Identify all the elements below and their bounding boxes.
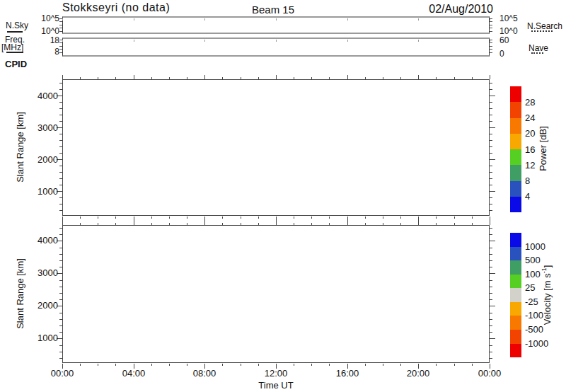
power-cbar-tick-28: 28 <box>525 98 535 107</box>
power-colorbar-segment <box>510 165 521 180</box>
velocity-top-major-ticks <box>62 221 490 225</box>
time-axis-label: Time UT <box>248 381 304 390</box>
x-tick-1200: 12:00 <box>255 369 297 378</box>
nave-legend: Nave <box>529 44 548 52</box>
nave-line-sample <box>531 52 543 54</box>
velocity-right-major-ticks <box>490 241 495 340</box>
velocity-colorbar-title-sup: -1 <box>541 267 548 273</box>
power-top-major-ticks <box>62 75 490 79</box>
nsky-line-sample <box>7 31 23 33</box>
velocity-cbar-tick-25: 25 <box>525 283 535 292</box>
power-ytick-4000: 4000 <box>28 91 58 100</box>
velocity-colorbar <box>510 233 521 357</box>
date-label: 02/Aug/2010 <box>354 3 493 16</box>
freq-left-tick-ladder <box>59 40 62 55</box>
nsky-ytick-top: 10^5 <box>35 14 59 23</box>
velocity-colorbar-title-text: Velocity [m s <box>542 273 553 325</box>
velocity-cbar-tick-neg500: -500 <box>525 325 543 334</box>
power-colorbar-segment <box>510 134 521 149</box>
nsky-ytick-bottom: 10^0 <box>35 27 59 35</box>
beam-label: Beam 15 <box>231 4 316 16</box>
nsearch-legend: N.Search <box>527 22 562 30</box>
power-right-major-ticks <box>490 96 495 195</box>
x-tick-0000b: 00:00 <box>468 369 511 378</box>
freq-line-sample <box>6 52 23 53</box>
nsky-top-ticks <box>62 18 490 21</box>
power-y-axis-label: Slant Range [km] <box>15 112 25 183</box>
cpid-label: CPID <box>5 59 27 69</box>
velocity-panel <box>62 225 490 363</box>
velocity-colorbar-segment <box>510 302 521 316</box>
velocity-left-major-ticks <box>57 241 62 340</box>
velocity-colorbar-segment <box>510 330 521 344</box>
freq-legend-line2: [MHz] <box>1 43 23 52</box>
power-cbar-tick-12: 12 <box>525 161 535 170</box>
power-colorbar-segment <box>510 102 521 117</box>
freq-right-tick-top: 60 <box>499 36 509 45</box>
power-ytick-3000: 3000 <box>28 123 58 132</box>
power-colorbar-segment <box>510 118 521 134</box>
x-tick-0400: 04:00 <box>112 369 155 378</box>
velocity-cbar-tick-500: 500 <box>525 255 541 265</box>
velocity-ytick-3000: 3000 <box>28 268 58 277</box>
freq-right-tick-ladder <box>490 40 492 55</box>
velocity-colorbar-segment <box>510 260 521 275</box>
velocity-cbar-tick-neg1000: -1000 <box>525 339 548 348</box>
power-ytick-1000: 1000 <box>28 187 58 196</box>
velocity-colorbar-segment <box>510 233 521 247</box>
power-cbar-tick-8: 8 <box>525 176 530 185</box>
velocity-colorbar-segment <box>510 275 521 289</box>
nsky-right-tick-ladder <box>490 18 492 33</box>
nsky-right-tick-top: 10^5 <box>499 14 518 23</box>
power-colorbar-segment <box>510 197 521 212</box>
power-cbar-tick-4: 4 <box>525 192 530 201</box>
power-left-major-ticks <box>57 96 62 195</box>
power-panel <box>62 79 490 216</box>
velocity-colorbar-segment <box>510 288 521 302</box>
velocity-ytick-4000: 4000 <box>28 236 58 245</box>
power-colorbar-segment <box>510 149 521 165</box>
velocity-cbar-tick-100: 100 <box>525 270 541 279</box>
x-tick-0000a: 00:00 <box>41 369 83 378</box>
nsky-legend: N.Sky <box>6 21 28 30</box>
power-colorbar-title: Power [dB] <box>538 126 548 171</box>
power-colorbar-segment <box>510 86 521 102</box>
power-cbar-tick-24: 24 <box>525 113 535 122</box>
velocity-colorbar-segment <box>510 316 521 330</box>
power-ytick-2000: 2000 <box>28 155 58 164</box>
velocity-colorbar-segment <box>510 247 521 261</box>
x-tick-2000: 20:00 <box>397 369 439 378</box>
nsearch-line-sample <box>531 30 553 32</box>
freq-ytick-bottom: 8 <box>35 47 59 56</box>
velocity-colorbar-segment <box>510 344 521 358</box>
velocity-cbar-tick-1000: 1000 <box>525 242 545 251</box>
power-cbar-tick-20: 20 <box>525 129 535 138</box>
velocity-ytick-2000: 2000 <box>28 301 58 310</box>
freq-right-tick-bottom: 0 <box>499 50 504 58</box>
velocity-y-axis-label: Slant Range [km] <box>15 258 25 329</box>
freq-top-ticks <box>62 40 490 42</box>
radar-summary-plot: Stokkseyri (no data) Beam 15 02/Aug/2010… <box>0 0 566 392</box>
power-colorbar <box>510 86 521 212</box>
nsky-left-tick-ladder <box>59 18 62 33</box>
velocity-cbar-tick-neg25: -25 <box>525 297 538 306</box>
nsky-right-tick-bottom: 10^0 <box>499 27 518 35</box>
power-cbar-tick-16: 16 <box>525 145 535 154</box>
x-tick-1600: 16:00 <box>326 369 369 378</box>
station-title: Stokkseyri (no data) <box>62 1 170 14</box>
freq-ytick-top: 18 <box>35 36 59 45</box>
power-colorbar-segment <box>510 181 521 197</box>
velocity-colorbar-title: Velocity [m s-1] <box>541 265 553 325</box>
x-tick-0800: 08:00 <box>183 369 226 378</box>
velocity-ytick-1000: 1000 <box>28 333 58 342</box>
